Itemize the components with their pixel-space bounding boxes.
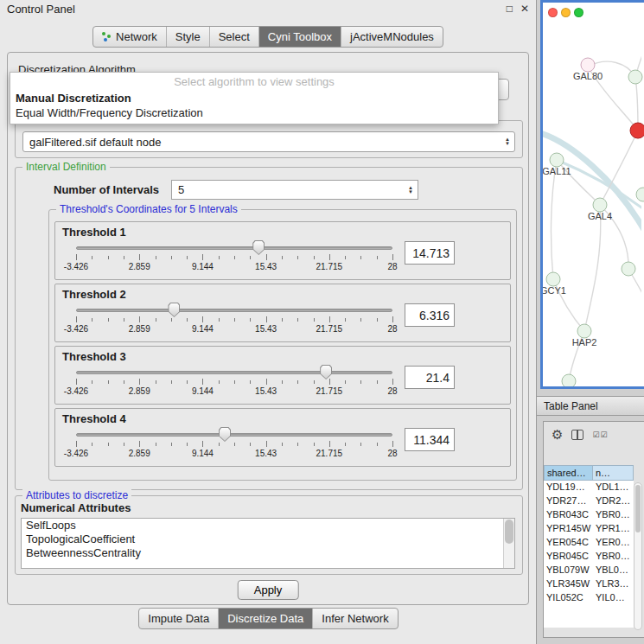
- tick-label: 21.715: [316, 324, 343, 334]
- tick-mark: [392, 254, 393, 260]
- tab-style[interactable]: Style: [166, 27, 209, 47]
- tick-mark: [92, 318, 92, 322]
- threshold-slider[interactable]: -3.4262.8599.14415.4321.71528: [76, 363, 392, 399]
- tick-mark: [92, 256, 92, 259]
- tab-discretize-data[interactable]: Discretize Data: [218, 609, 312, 628]
- num-intervals-dropdown[interactable]: 5 ▲ ▼: [171, 180, 418, 200]
- tick-mark: [360, 443, 361, 446]
- slider-ticks: [76, 253, 392, 260]
- threshold-slider[interactable]: -3.4262.8599.14415.4321.71528: [76, 239, 392, 275]
- threshold-label: Threshold 4: [62, 412, 503, 425]
- select-columns-icon[interactable]: ☑☑: [592, 430, 608, 439]
- table-row[interactable]: YBR043CYBR0…: [544, 508, 634, 522]
- tick-mark: [250, 256, 251, 259]
- network-node[interactable]: GAL4: [593, 198, 608, 213]
- network-canvas[interactable]: GAL80GAL11GAL4GCY1HAP2: [543, 3, 644, 386]
- tab-infer-network[interactable]: Infer Network: [312, 609, 397, 628]
- tick-mark: [314, 318, 315, 322]
- table-row[interactable]: YBR045CYBR0…: [544, 550, 634, 564]
- close-icon[interactable]: ✕: [520, 3, 529, 14]
- tick-mark: [219, 318, 220, 322]
- close-traffic-icon[interactable]: [548, 8, 558, 17]
- column-header[interactable]: shared…: [544, 465, 593, 481]
- minimize-traffic-icon[interactable]: [561, 8, 571, 17]
- table-row[interactable]: YBL079WYBL0…: [544, 564, 634, 577]
- network-node[interactable]: GCY1: [546, 272, 561, 287]
- slider-ticks: [76, 316, 392, 322]
- algorithm-option[interactable]: Equal Width/Frequency Discretization: [10, 105, 498, 120]
- attribute-item[interactable]: TopologicalCoefficient: [22, 532, 514, 546]
- network-node[interactable]: [628, 70, 643, 85]
- tick-mark: [297, 380, 298, 384]
- threshold-label: Threshold 2: [62, 288, 503, 301]
- columns-icon[interactable]: [571, 430, 583, 440]
- network-node[interactable]: [622, 262, 636, 277]
- table-row[interactable]: YLR345WYLR3…: [544, 577, 634, 591]
- table-header-row: shared…n…: [544, 465, 644, 481]
- table-row[interactable]: YPR145WYPR1…: [544, 522, 634, 536]
- tick-mark: [202, 379, 203, 385]
- slider-track[interactable]: [76, 433, 392, 437]
- tab-network[interactable]: Network: [93, 27, 166, 47]
- tick-label: 9.144: [192, 262, 214, 271]
- threshold-slider[interactable]: -3.4262.8599.14415.4321.71528: [76, 425, 392, 462]
- tick-mark: [345, 380, 346, 384]
- threshold-value[interactable]: 11.344: [405, 428, 455, 451]
- threshold-value[interactable]: 21.4: [405, 366, 455, 389]
- network-node[interactable]: [636, 188, 644, 202]
- network-node[interactable]: HAP2: [577, 324, 592, 339]
- threshold-value[interactable]: 14.713: [405, 241, 455, 265]
- threshold-value[interactable]: 6.316: [405, 303, 455, 327]
- table-panel-header: Table Panel: [537, 396, 644, 416]
- column-header[interactable]: n…: [593, 465, 634, 481]
- float-icon[interactable]: □: [507, 3, 513, 14]
- table-body: YDL19…YDL1…YDR27…YDR2…YBR043CYBR0…YPR145…: [544, 481, 634, 628]
- attribute-item[interactable]: BetweennessCentrality: [22, 546, 514, 560]
- table-cell: YPR1…: [593, 522, 634, 536]
- gear-icon[interactable]: ⚙: [552, 427, 563, 443]
- slider-track[interactable]: [76, 309, 392, 312]
- table-row[interactable]: YDR27…YDR2…: [544, 494, 634, 508]
- tab-cyni-toolbox[interactable]: Cyni Toolbox: [258, 27, 341, 47]
- algorithm-placeholder[interactable]: Select algorithm to view settings: [10, 74, 498, 91]
- tick-mark: [139, 379, 140, 385]
- network-node[interactable]: GAL80: [581, 58, 596, 73]
- network-view-window[interactable]: GAL80GAL11GAL4GCY1HAP2: [540, 0, 644, 389]
- table-cell: YIL0…: [593, 591, 634, 605]
- algorithm-option[interactable]: Manual Discretization: [10, 91, 498, 105]
- zoom-traffic-icon[interactable]: [574, 8, 583, 17]
- scrollbar-thumb[interactable]: [635, 485, 641, 532]
- tab-impute-data[interactable]: Impute Data: [139, 609, 218, 628]
- tick-label: 9.144: [192, 449, 214, 458]
- slider-ticks: [76, 440, 392, 447]
- tick-mark: [202, 441, 203, 447]
- tab-jactivemnodules[interactable]: jActiveMNodules: [341, 27, 443, 47]
- table-row[interactable]: YDL19…YDL1…: [544, 481, 634, 494]
- table-data-dropdown[interactable]: galFiltered.sif default node ▲ ▼: [22, 131, 515, 152]
- table-row[interactable]: YIL052CYIL0…: [544, 591, 634, 605]
- interval-definition-legend: Interval Definition: [22, 161, 110, 173]
- tick-mark: [282, 318, 283, 322]
- table-scrollbar[interactable]: [634, 482, 642, 630]
- table-cell: YBR045C: [544, 550, 593, 564]
- threshold-slider[interactable]: -3.4262.8599.14415.4321.71528: [76, 301, 392, 337]
- attributes-scrollbar[interactable]: [503, 519, 514, 568]
- network-node[interactable]: GAL11: [550, 153, 564, 168]
- tab-select[interactable]: Select: [209, 27, 258, 47]
- table-row[interactable]: YER054CYER0…: [544, 536, 634, 550]
- scrollbar-thumb[interactable]: [505, 520, 513, 544]
- network-node[interactable]: [562, 374, 577, 389]
- tab-label: Style: [175, 30, 201, 43]
- node-label: GCY1: [540, 285, 566, 296]
- apply-button[interactable]: Apply: [238, 580, 299, 600]
- slider-track[interactable]: [76, 371, 392, 374]
- thresholds-legend: Threshold's Coordinates for 5 Intervals: [56, 203, 241, 215]
- bottom-tabs: Impute DataDiscretize DataInfer Network: [138, 608, 398, 629]
- network-node[interactable]: [630, 123, 644, 139]
- tick-mark: [76, 316, 77, 322]
- tick-label: -3.426: [64, 386, 88, 396]
- attribute-item[interactable]: SelfLoops: [22, 519, 514, 532]
- tick-label: 15.43: [255, 386, 277, 396]
- cyni-toolbox-panel: Discretization Algorithm Select algorith…: [7, 52, 529, 605]
- slider-track[interactable]: [76, 246, 392, 250]
